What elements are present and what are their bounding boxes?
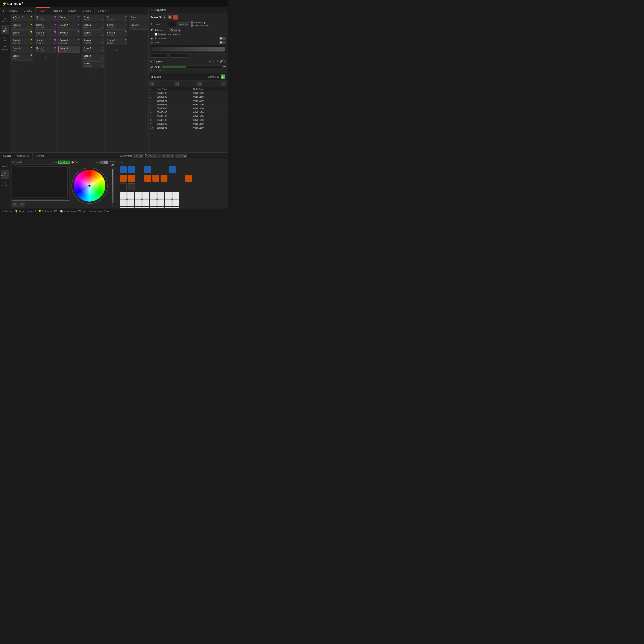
steps-delete-icon[interactable]: ✕ [221,82,226,86]
tab-pan-tilt[interactable]: Pan/Tilt [0,153,14,159]
scene-card[interactable]: Scene 6 00:01'00 ↻ [11,46,33,53]
steps-play-button[interactable]: ▶ [221,74,225,79]
scene-card[interactable]: Scene 4 00:01'00 ↻ [35,38,56,45]
grid-cell[interactable] [142,199,149,206]
grid-cell[interactable] [135,199,142,206]
universe-select[interactable]: All [134,154,143,158]
fade-toggle[interactable] [219,41,226,44]
tab-group3[interactable]: Group 3 [36,7,50,14]
scene-card[interactable]: Scene 2 00:01'00 ↻ [58,23,80,30]
time-input-1[interactable]: 00m00s00 [150,54,167,58]
scene-card[interactable]: Scene 4 00:01'00 ↻ [106,38,127,45]
scene-card[interactable]: Scene 7 00:01'00 ↻ [82,61,104,68]
fixture-block[interactable] [128,166,135,173]
scene-card[interactable]: Scene 3 00:01'00 ↻ [82,30,104,37]
fixture-block[interactable] [144,166,151,173]
tab-group7[interactable]: Group 7 ✕ [95,7,112,14]
trigger-icon-1[interactable]: ⊞ [209,60,211,63]
always-loop-check[interactable] [191,21,193,24]
color-picker-icon[interactable]: 🎨 [168,15,172,19]
table-row[interactable]: 1 00m00s00 00m01s00 [149,91,228,95]
grid-cell[interactable] [165,199,172,206]
release-at-end-check[interactable] [191,24,193,27]
status-item-1[interactable]: 💡 flat pro par can 18 [15,210,36,213]
add-tab-button[interactable]: + [1,9,6,12]
scene-card-selected[interactable]: Scene 5 00:10'00 ↻ [58,46,80,53]
scene-card[interactable]: ▶ Scene 2 00:01'00 ↻ [11,15,33,22]
table-row[interactable]: 6 00m00s00 00m01s00 [149,111,228,114]
tab-color-wheel[interactable]: ColorWheel [14,153,33,159]
scene-card[interactable]: Scene 2 00:01'00 ↻ [35,23,56,30]
grid-cell[interactable] [142,192,149,199]
sidebar-item-effect[interactable]: ✦ EFFECT [1,179,9,188]
scene-card[interactable]: Scene 4 00:01'00 ↻ [58,38,80,45]
tab-group6[interactable]: Group 6 [80,7,95,14]
jump-to-button[interactable]: Jump to... [178,22,189,26]
tab-overflow[interactable]: ⋮ [145,9,147,12]
steps-clock-icon[interactable]: ⏱ [174,82,179,86]
scene-card[interactable]: Scene 00:01'00 ↻ [35,15,56,22]
pt-on-button-1[interactable]: On [58,161,64,164]
fixture-block[interactable] [144,175,151,182]
fixture-block[interactable] [120,183,127,190]
grid-btn[interactable]: ⊞ [166,154,170,158]
grid-cell[interactable] [127,192,134,199]
zoom-out-btn[interactable]: 🔍- [149,154,153,158]
always-loop-checkbox[interactable]: Always loop [191,21,208,24]
table-row[interactable]: 9 00m00s00 00m01s00 [149,122,228,126]
scene-card[interactable]: Scene 7 00:01'00 ↻ [11,54,33,61]
scene-card[interactable]: Scene 00:01'00 ↻ [106,15,127,22]
grid-cell[interactable] [172,192,179,199]
pt-slider[interactable] [12,200,70,201]
status-item-2[interactable]: 💡 hydrabeam 400 [38,210,57,213]
fixture-block[interactable] [152,175,159,182]
add-scene-button[interactable]: + [82,70,104,76]
grid-cell[interactable] [150,199,157,206]
trigger-icon-2[interactable]: 📱 [212,60,216,63]
flash-mode-toggle[interactable] [219,37,226,40]
fixture-block[interactable] [169,166,176,173]
scene-card[interactable]: Scene 3 00:01'00 ↻ [11,23,33,30]
fixture-block[interactable] [128,183,135,190]
add-scene-button[interactable]: + [106,47,127,53]
link-btn[interactable]: 🔗 [183,154,187,158]
grid-cell[interactable] [150,192,157,199]
scene-card[interactable]: Scene 2 00:01'00 ↻ [106,23,127,30]
sidebar-item-patch[interactable]: ⊞ PATCH [1,16,9,24]
clock-btn[interactable]: ⏱ [179,154,183,158]
release-at-end-checkbox[interactable]: Release at end [191,24,208,27]
fixture-block[interactable] [185,175,192,182]
undo-btn[interactable]: ↩ [158,154,161,158]
fixture-block[interactable] [161,175,167,182]
close-tab-group7[interactable]: ✕ [107,9,109,12]
table-row[interactable]: 7 00m00s00 00m01s00 [149,114,228,118]
scene-card[interactable]: Scene 3 00:01'00 ↻ [106,30,127,37]
scene-card[interactable]: Scene 3 00:01'00 ↻ [35,30,56,37]
audio-menu[interactable]: ••• [223,65,226,68]
info-btn[interactable]: ℹ [170,154,174,158]
close-scene-button[interactable]: ✕ [162,15,166,19]
fixture-block[interactable] [120,166,127,173]
fixture-block[interactable] [120,175,127,182]
star-icon[interactable]: ☆ [223,9,225,12]
fixture-block[interactable] [128,175,135,182]
grid-cell[interactable] [157,192,164,199]
zoom-in-btn[interactable]: 🔍+ [145,154,149,158]
scene-card[interactable]: Scene 4 00:01'00 ↻ [82,38,104,45]
grid-cell[interactable] [120,192,127,199]
grid-cell[interactable] [172,199,179,206]
trigger-icon-4[interactable]: 🔗 [220,60,223,63]
list-btn[interactable]: ☰ [175,154,179,158]
scene-card[interactable]: Scene 00:01'00 ↻ [82,15,104,22]
scene-card[interactable]: Scene 00:01'00 ↻ [58,15,80,22]
scene-card[interactable]: Scene 2 00:01'00 ↻ [129,23,148,30]
time-input-2[interactable]: 00m00s00 [170,54,187,58]
grid-cell[interactable] [157,199,164,206]
table-row[interactable]: 8 00m00s00 00m01s00 [149,118,228,122]
trigger-icon-5[interactable]: ✕ [224,60,226,63]
grid-cell[interactable] [165,192,172,199]
status-item-4[interactable]: ⊞ matrix panel 3 ww [89,210,109,213]
universe-add-button[interactable]: + [120,161,124,164]
steps-add-button[interactable]: + [150,82,155,86]
scene-card[interactable]: Scene 4 00:10'00 ↻ [11,30,33,37]
